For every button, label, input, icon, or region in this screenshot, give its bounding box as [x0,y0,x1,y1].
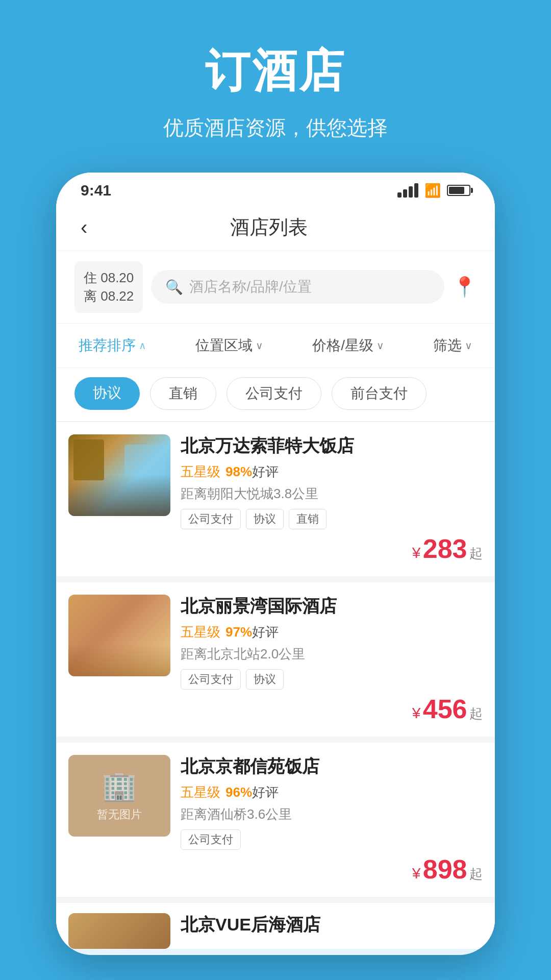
hotel-info-3: 北京京都信苑饭店 五星级 96%好评 距离酒仙桥3.6公里 公司支付 ¥ 898… [181,755,483,885]
hotel-info-1: 北京万达索菲特大饭店 五星级 98%好评 距离朝阳大悦城3.8公里 公司支付 协… [181,434,483,564]
search-input: 酒店名称/品牌/位置 [189,277,312,297]
hotel-rating-3: 五星级 96%好评 [181,783,483,801]
hotel-tag-agreement-1: 协议 [246,509,284,529]
hotel-tags-3: 公司支付 [181,829,483,850]
location-icon[interactable]: 📍 [453,276,477,298]
checkin-date: 住 08.20 [84,268,134,287]
no-image-icon: 🏢 [102,769,137,803]
hotel-tags-2: 公司支付 协议 [181,669,483,690]
hotel-card-3[interactable]: 🏢 暂无图片 北京京都信苑饭店 五星级 96%好评 距离酒仙桥3.6公里 公司支… [56,743,495,897]
hotel-img-1 [68,434,170,516]
hotel-distance-1: 距离朝阳大悦城3.8公里 [181,485,483,503]
hotel-name-3: 北京京都信苑饭店 [181,755,483,778]
hotel-tag-company-pay-1: 公司支付 [181,509,241,529]
filter-more-arrow: ∨ [465,339,472,352]
hero-title: 订酒店 [0,41,551,102]
hotel-good-rate-2: 97%好评 [226,623,279,641]
phone-frame: 9:41 📶 ‹ 酒店列表 住 08.20 离 08.22 🔍 酒店名称/ [56,173,495,955]
tag-front-desk-pay[interactable]: 前台支付 [332,377,427,410]
filter-recommended[interactable]: 推荐排序 ∧ [74,334,151,357]
status-bar: 9:41 📶 [56,173,495,204]
hotel-tag-direct-1: 直销 [289,509,327,529]
hotel-info-4: 北京VUE后海酒店 [181,913,483,937]
wifi-icon: 📶 [424,183,441,199]
hotel-img-4 [68,913,170,949]
hotel-card-4[interactable]: 北京VUE后海酒店 [56,903,495,949]
price-unit-1: 起 [469,546,483,561]
status-time: 9:41 [81,182,111,199]
price-value-1: 283 [423,534,467,564]
tag-row: 协议 直销 公司支付 前台支付 [56,368,495,422]
checkout-date: 离 08.22 [84,287,134,305]
hotel-good-rate-3: 96%好评 [226,783,279,801]
hotel-tags-1: 公司支付 协议 直销 [181,509,483,529]
search-box[interactable]: 🔍 酒店名称/品牌/位置 [151,270,444,304]
search-area: 住 08.20 离 08.22 🔍 酒店名称/品牌/位置 📍 [56,251,495,324]
filter-bar: 推荐排序 ∧ 位置区域 ∨ 价格/星级 ∨ 筛选 ∨ [56,324,495,368]
price-unit-2: 起 [469,706,483,721]
hotel-card-1[interactable]: 北京万达索菲特大饭店 五星级 98%好评 距离朝阳大悦城3.8公里 公司支付 协… [56,422,495,576]
tag-direct[interactable]: 直销 [150,377,216,410]
filter-location-label: 位置区域 [195,336,253,355]
price-value-2: 456 [423,694,467,724]
hotel-tag-company-pay-3: 公司支付 [181,829,241,850]
tag-company-pay[interactable]: 公司支付 [227,377,321,410]
hotel-name-2: 北京丽景湾国际酒店 [181,595,483,618]
date-badge[interactable]: 住 08.20 离 08.22 [74,261,143,313]
hotel-img-2 [68,595,170,676]
status-icons: 📶 [397,183,470,199]
hotel-rating-2: 五星级 97%好评 [181,623,483,641]
hotel-list: 北京万达索菲特大饭店 五星级 98%好评 距离朝阳大悦城3.8公里 公司支付 协… [56,422,495,949]
price-currency-1: ¥ [412,544,421,561]
hotel-price-2: ¥ 456 起 [181,694,483,724]
search-icon: 🔍 [165,279,183,296]
hotel-price-3: ¥ 898 起 [181,854,483,885]
filter-location-arrow: ∨ [256,339,263,352]
filter-recommended-arrow: ∧ [139,339,146,352]
back-button[interactable]: ‹ [81,216,87,239]
nav-title: 酒店列表 [87,214,450,240]
nav-bar: ‹ 酒店列表 [56,204,495,251]
filter-location[interactable]: 位置区域 ∨ [191,334,267,357]
hotel-tag-agreement-2: 协议 [246,669,284,690]
filter-more[interactable]: 筛选 ∨ [429,334,477,357]
tag-agreement[interactable]: 协议 [74,377,140,410]
filter-price-star-arrow: ∨ [377,339,384,352]
hotel-name-4: 北京VUE后海酒店 [181,913,483,937]
hotel-tag-company-pay-2: 公司支付 [181,669,241,690]
hotel-distance-2: 距离北京北站2.0公里 [181,645,483,663]
no-image-label: 暂无图片 [97,807,142,822]
hotel-rating-1: 五星级 98%好评 [181,463,483,481]
hotel-star-1: 五星级 [181,463,220,481]
hero-subtitle: 优质酒店资源，供您选择 [0,114,551,142]
hotel-good-rate-1: 98%好评 [226,463,279,481]
signal-icon [397,183,418,198]
hotel-img-3: 🏢 暂无图片 [68,755,170,837]
hotel-info-2: 北京丽景湾国际酒店 五星级 97%好评 距离北京北站2.0公里 公司支付 协议 … [181,595,483,724]
hotel-card-2[interactable]: 北京丽景湾国际酒店 五星级 97%好评 距离北京北站2.0公里 公司支付 协议 … [56,582,495,737]
hotel-star-2: 五星级 [181,623,220,641]
price-value-3: 898 [423,854,467,884]
filter-recommended-label: 推荐排序 [79,336,136,355]
price-currency-3: ¥ [412,865,421,881]
battery-icon [447,185,470,196]
hero-section: 订酒店 优质酒店资源，供您选择 [0,0,551,173]
filter-price-star[interactable]: 价格/星级 ∨ [308,334,388,357]
filter-more-label: 筛选 [433,336,462,355]
price-unit-3: 起 [469,866,483,881]
hotel-name-1: 北京万达索菲特大饭店 [181,434,483,458]
hotel-price-1: ¥ 283 起 [181,533,483,564]
hotel-distance-3: 距离酒仙桥3.6公里 [181,805,483,823]
hotel-star-3: 五星级 [181,783,220,801]
filter-price-star-label: 价格/星级 [312,336,373,355]
price-currency-2: ¥ [412,704,421,721]
